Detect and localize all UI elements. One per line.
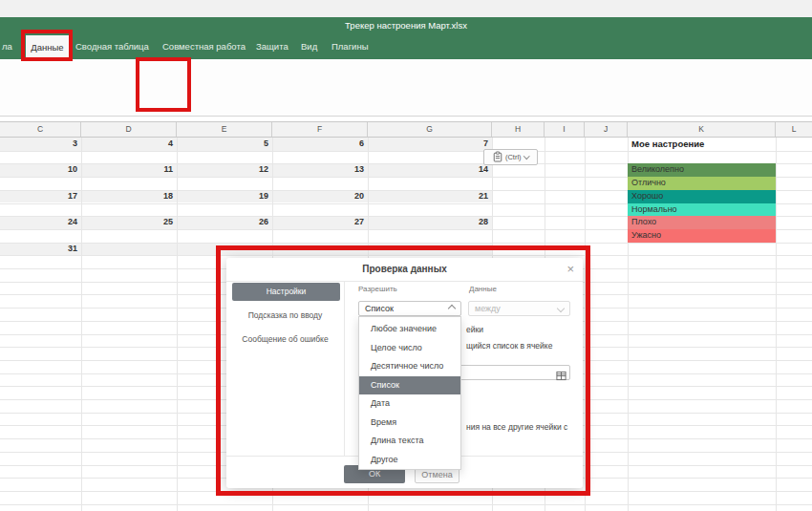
gridline-v [585, 138, 586, 511]
menu-bar: ла ДанныеСводная таблицаСовместная работ… [0, 34, 812, 59]
title-bar: Трекер настроения Март.xlsx [0, 17, 812, 34]
cell-value[interactable]: 25 [81, 216, 173, 229]
gridline-h [0, 504, 812, 505]
document-title: Трекер настроения Март.xlsx [345, 20, 467, 31]
cell-value[interactable]: 12 [177, 163, 268, 177]
menu-item-совместная-работа[interactable]: Совместная работа [162, 34, 246, 59]
column-header-K[interactable]: K [628, 122, 776, 137]
dropdown-item[interactable]: Любое значение [359, 320, 460, 339]
column-header-C[interactable]: C [0, 122, 81, 137]
cell-value[interactable]: 20 [272, 190, 364, 203]
cell-value[interactable]: 26 [177, 216, 268, 229]
cell-value[interactable]: 31 [0, 243, 77, 256]
cell-value[interactable]: 17 [0, 190, 77, 203]
cell-value[interactable]: 11 [81, 163, 173, 177]
cell-value[interactable]: 5 [177, 138, 268, 151]
chevron-down-icon [524, 153, 529, 159]
cell-value[interactable]: 10 [0, 163, 77, 177]
dropdown-item[interactable]: Дата [359, 394, 460, 414]
mood-cell[interactable]: Плохо [628, 216, 776, 229]
mood-cell[interactable]: Хорошо [628, 190, 776, 203]
column-header-D[interactable]: D [81, 122, 177, 137]
window-chrome-strip [0, 0, 812, 17]
range-selector-icon[interactable] [556, 368, 566, 385]
dialog-divider [226, 281, 583, 282]
paste-options-button[interactable]: (Ctrl) [483, 149, 538, 165]
dropdown-item[interactable]: Время [359, 414, 460, 433]
menu-item-сводная-таблица[interactable]: Сводная таблица [75, 34, 149, 59]
column-header-G[interactable]: G [368, 122, 492, 137]
chevron-down-icon [557, 305, 565, 312]
menu-item-данные[interactable]: Данные [26, 35, 69, 59]
column-header-L[interactable]: L [776, 122, 812, 137]
dialog-divider [344, 281, 345, 456]
gridline-h [0, 151, 812, 152]
mood-cell[interactable]: Великолепно [628, 163, 776, 177]
source-range-input[interactable] [446, 365, 570, 380]
dialog-tab-settings[interactable]: Настройки [232, 283, 340, 301]
cell-value[interactable]: 3 [0, 138, 77, 151]
column-header-J[interactable]: J [585, 122, 628, 137]
checkbox-label-fragment: щийся список в ячейке [466, 341, 552, 351]
dialog-title: Проверка данных [226, 258, 583, 281]
dropdown-item[interactable]: Десятичное число [359, 357, 460, 376]
cell-value[interactable]: 27 [272, 216, 364, 229]
mood-cell[interactable]: Отлично [628, 177, 776, 190]
mood-cell[interactable]: Нормально [628, 203, 776, 217]
cell-value[interactable]: 7 [368, 138, 488, 151]
dropdown-item[interactable]: Другое [359, 451, 460, 470]
checkbox-label-fragment: ейки [466, 325, 483, 334]
cell-value[interactable]: 18 [81, 190, 173, 203]
dropdown-item[interactable]: Длина текста [359, 432, 460, 451]
mood-cell[interactable]: Ужасно [628, 229, 776, 243]
menu-item-плагины[interactable]: Плагины [331, 34, 369, 59]
data-select[interactable]: между [468, 301, 570, 316]
column-header-F[interactable]: F [272, 122, 368, 137]
gridline-h [0, 491, 812, 492]
close-icon[interactable]: × [566, 262, 574, 277]
cell-value[interactable]: 28 [368, 216, 488, 229]
column-headers-row: CDEFGHIJKL [0, 121, 812, 138]
checkbox-label-fragment: ния на все другие ячейки с [466, 422, 567, 432]
allow-select[interactable]: Список [358, 301, 461, 316]
dialog-tab-input-message[interactable]: Подсказка по вводу [226, 308, 344, 324]
allow-dropdown-list: Любое значениеЦелое числоДесятичное числ… [358, 316, 461, 470]
menu-item-fragment[interactable]: ла [2, 34, 12, 59]
menu-item-вид[interactable]: Вид [301, 34, 317, 59]
column-header-H[interactable]: H [492, 122, 545, 137]
allow-select-value: Список [365, 304, 394, 313]
gridline-v [776, 138, 777, 511]
dropdown-item[interactable]: Список [359, 376, 460, 395]
data-select-value: между [475, 304, 501, 313]
paste-options-label: (Ctrl) [505, 153, 522, 161]
mood-column-title[interactable]: Мое настроение [631, 138, 704, 151]
dropdown-item[interactable]: Целое число [359, 339, 460, 358]
gridline-h [0, 255, 812, 256]
cell-value[interactable]: 13 [272, 163, 364, 177]
chevron-up-icon [448, 305, 456, 312]
cell-value[interactable]: 14 [368, 163, 488, 177]
toolbar: раиваемаяотировкаТекст постолбцамУдалить… [0, 59, 812, 117]
allow-field-label: Разрешить [358, 285, 397, 293]
column-header-I[interactable]: I [545, 122, 585, 137]
cell-value[interactable]: 21 [368, 190, 488, 203]
cell-value[interactable]: 6 [272, 138, 364, 151]
menu-item-защита[interactable]: Защита [256, 34, 288, 59]
clipboard-icon [493, 149, 502, 166]
data-field-label: Данные [469, 285, 497, 293]
cell-value[interactable]: 4 [81, 138, 173, 151]
cell-value[interactable]: 24 [0, 216, 77, 229]
cell-value[interactable]: 19 [177, 190, 268, 203]
dialog-tab-error-alert[interactable]: Сообщение об ошибке [226, 331, 344, 348]
column-header-E[interactable]: E [177, 122, 272, 137]
